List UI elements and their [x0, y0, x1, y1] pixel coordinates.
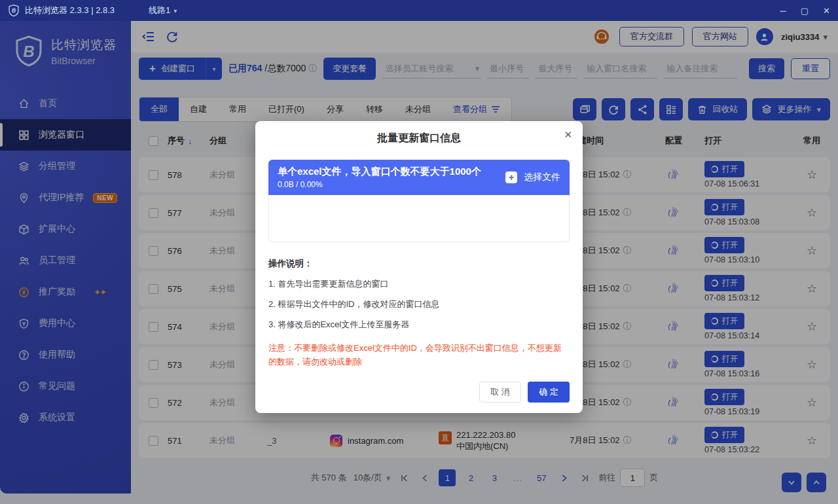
maximize-button[interactable]: ▢: [801, 6, 809, 16]
close-window-button[interactable]: ✕: [823, 6, 830, 16]
plus-icon: +: [505, 171, 517, 183]
minimize-button[interactable]: ─: [780, 6, 786, 16]
app-title: 比特浏览器 2.3.3 | 2.8.3: [25, 5, 115, 16]
upload-hint: 单个excel文件，导入窗口个数不要大于1000个: [278, 166, 505, 178]
confirm-button[interactable]: 确 定: [528, 382, 570, 403]
app-logo-icon: B: [8, 5, 20, 16]
instructions-title: 操作说明：: [268, 258, 570, 270]
instruction-step: 3. 将修改后的Excel文件上传至服务器: [268, 319, 570, 331]
instruction-step: 2. 根据导出文件中的ID，修改对应的窗口信息: [268, 298, 570, 310]
bitbrowser-window: B 比特浏览器 2.3.3 | 2.8.3 线路1▾ ─ ▢ ✕ B 比特浏览器…: [0, 0, 838, 504]
titlebar: B 比特浏览器 2.3.3 | 2.8.3 线路1▾ ─ ▢ ✕: [0, 0, 838, 21]
file-drop-area[interactable]: [268, 195, 570, 242]
line-selector[interactable]: 线路1▾: [149, 5, 177, 16]
upload-progress: 0.0B / 0.00%: [278, 180, 505, 189]
chevron-down-icon: ▾: [173, 7, 177, 14]
upload-header: 单个excel文件，导入窗口个数不要大于1000个 0.0B / 0.00% +…: [268, 160, 570, 195]
modal-title: 批量更新窗口信息: [268, 132, 570, 145]
batch-update-modal: ✕ 批量更新窗口信息 单个excel文件，导入窗口个数不要大于1000个 0.0…: [255, 121, 583, 413]
svg-text:B: B: [12, 7, 16, 14]
cancel-button[interactable]: 取 消: [479, 382, 521, 403]
warning-text: 注意：不要删除或修改Excel文件中的ID，会导致识别不出窗口信息，不想更新的数…: [268, 341, 570, 369]
select-file-button[interactable]: + 选择文件: [505, 171, 560, 183]
close-icon[interactable]: ✕: [564, 129, 572, 141]
instruction-step: 1. 首先导出需要更新信息的窗口: [268, 278, 570, 290]
